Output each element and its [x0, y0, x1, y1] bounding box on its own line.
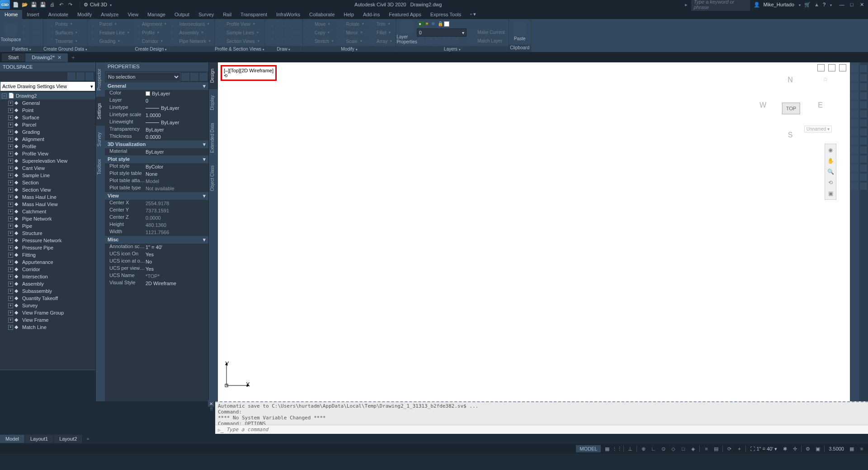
viewport-minimize-icon[interactable] [817, 64, 825, 71]
layer-state-icons[interactable]: ●☀❄🔒 [417, 20, 467, 28]
right-tool-2-2[interactable] [860, 83, 867, 90]
qat-undo-icon[interactable]: ↶ [57, 0, 65, 9]
status-customize-icon[interactable]: ≡ [858, 445, 865, 452]
panel-title-clipboard[interactable]: Clipboard [509, 45, 531, 52]
panel-title-create-ground-data[interactable]: Create Ground Data ▾ [43, 46, 87, 52]
prop-linetype-scale[interactable]: Linetype scale1.0000 [105, 112, 208, 119]
tree-item-surface[interactable]: +◆Surface [0, 114, 95, 121]
ribbon-section-views[interactable]: Section Views▾ [217, 37, 261, 45]
layer-tool-4[interactable] [451, 37, 459, 45]
status-qp-icon[interactable]: ▦ [848, 445, 855, 452]
draw-icon-0-3[interactable] [292, 20, 301, 28]
viewcube-north[interactable]: N [788, 76, 795, 84]
status-grid-icon[interactable]: ▦ [604, 445, 611, 452]
qat-new-icon[interactable]: 📄 [12, 0, 20, 9]
propgroup-misc[interactable]: Misc▾ [105, 236, 208, 244]
viewcube-top-face[interactable]: TOP [782, 103, 800, 114]
status-osnap-icon[interactable]: □ [679, 445, 687, 452]
prop-plot-style-table[interactable]: Plot style tableNone [105, 170, 208, 178]
viewport-label-highlighted[interactable]: [–][Top][2D Wireframe] ⟲ [221, 65, 277, 81]
right-tool-2-11[interactable] [860, 164, 867, 172]
properties-pickadd-icon[interactable] [190, 73, 198, 81]
prop-plot-table-type[interactable]: Plot table typeNot available [105, 185, 208, 192]
ribbon-move[interactable]: Move▾ [305, 20, 335, 28]
right-tool-1-0[interactable] [851, 65, 858, 72]
properties-selectobj-icon[interactable] [199, 73, 208, 81]
toolspace-btn1[interactable] [67, 72, 75, 80]
sidepalette-extended-data[interactable]: Extended Data [209, 117, 218, 159]
status-dynamic-icon[interactable]: ⊕ [640, 445, 647, 452]
ribbon-parcel[interactable]: Parcel▾ [90, 20, 131, 28]
prop-height[interactable]: Height480.1360 [105, 221, 208, 229]
draw-icon-1-3[interactable] [292, 28, 301, 37]
panel-title-draw[interactable]: Draw ▾ [265, 46, 302, 52]
toolspace-view-combo[interactable]: Active Drawing Settings View ▾ [0, 82, 95, 91]
status-units[interactable]: 3.5000 [827, 446, 845, 451]
panel-title-modify[interactable]: Modify ▾ [303, 46, 396, 52]
prop-center-z[interactable]: Center Z0.0000 [105, 214, 208, 221]
ribbon-surfaces[interactable]: Surfaces▾ [45, 28, 79, 37]
status-model[interactable]: MODEL [576, 445, 601, 452]
ribbon-match-layer[interactable]: Match Layer [467, 37, 507, 45]
tree-item-point[interactable]: +◆Point [0, 107, 95, 114]
right-tool-2-13[interactable] [860, 183, 867, 190]
palette-grid-1-1[interactable] [31, 28, 41, 37]
panel-title-create-design[interactable]: Create Design ▾ [88, 46, 214, 52]
viewcube-home-icon[interactable]: ⌂ [824, 75, 827, 82]
viewcube-south[interactable]: S [788, 131, 795, 139]
prop-center-x[interactable]: Center X2554.9178 [105, 200, 208, 207]
qat-open-icon[interactable]: 📂 [21, 0, 29, 9]
close-button[interactable]: ✕ [858, 1, 865, 8]
right-tool-2-7[interactable] [860, 128, 867, 136]
menutab-featured-apps[interactable]: Featured Apps [384, 10, 426, 19]
panel-title-profile-section-views[interactable]: Profile & Section Views ▾ [215, 46, 264, 52]
sidepalette-display[interactable]: Display [209, 89, 218, 117]
right-tool-1-1[interactable] [851, 74, 858, 81]
right-tool-2-8[interactable] [860, 137, 867, 145]
minimize-button[interactable]: — [838, 1, 845, 8]
status-3dosnap-icon[interactable]: ◈ [689, 445, 697, 452]
menutab-manage[interactable]: Manage [143, 10, 170, 19]
right-tool-1-3[interactable] [851, 92, 858, 99]
menutab-survey[interactable]: Survey [194, 10, 218, 19]
tree-item-fitting[interactable]: +◆Fitting [0, 251, 95, 258]
viewport-restore-icon[interactable] [828, 64, 835, 71]
right-tool-1-12[interactable] [851, 174, 858, 181]
layouttab-layout1[interactable]: Layout1 [25, 435, 54, 443]
properties-selection-combo[interactable]: No selection [106, 72, 180, 81]
doctab-start[interactable]: Start [2, 53, 25, 61]
layer-dropdown[interactable]: 0▾ [417, 28, 467, 37]
right-tool-2-1[interactable] [860, 74, 867, 81]
prop-width[interactable]: Width1121.7566 [105, 229, 208, 236]
tree-item-view-frame[interactable]: +◆View Frame [0, 316, 95, 324]
ribbon-traverse[interactable]: Traverse▾ [45, 37, 79, 45]
tree-item-mass-haul-view[interactable]: +◆Mass Haul View [0, 201, 95, 208]
tree-item-quantity-takeoff[interactable]: +◆Quantity Takeoff [0, 295, 95, 302]
commandline-close-icon[interactable]: ✕ [208, 400, 214, 407]
draw-icon-2-3[interactable] [292, 37, 301, 45]
ribbon-stretch[interactable]: Stretch▾ [305, 37, 335, 45]
menutab-output[interactable]: Output [170, 10, 194, 19]
properties-quickselect-icon[interactable] [181, 73, 189, 81]
ribbon-paste[interactable]: Paste [511, 20, 529, 44]
menutab-insert[interactable]: Insert [22, 10, 44, 19]
ribbon-scale[interactable]: Scale▾ [336, 37, 366, 45]
layer-tool-2[interactable] [434, 37, 442, 45]
menutab-infraworks[interactable]: InfraWorks [272, 10, 305, 19]
signin-icon[interactable]: 👤 [754, 2, 760, 8]
right-tool-2-10[interactable] [860, 155, 867, 163]
prop-plot-style[interactable]: Plot styleByColor [105, 163, 208, 170]
tree-item-mass-haul-line[interactable]: +◆Mass Haul Line [0, 193, 95, 201]
app-icon[interactable]: C3D [0, 0, 10, 9]
propgroup-view[interactable]: View▾ [105, 192, 208, 200]
tree-item-sample-line[interactable]: +◆Sample Line [0, 172, 95, 179]
propgroup-plot-style[interactable]: Plot style▾ [105, 155, 208, 163]
draw-icon-2-0[interactable] [267, 37, 275, 45]
qat-saveas-icon[interactable]: 💾 [39, 0, 47, 9]
right-tool-2-9[interactable] [860, 146, 867, 154]
prop-annotation-scale[interactable]: Annotation scale1" = 40' [105, 244, 208, 251]
ribbon-intersections[interactable]: Intersections▾ [169, 20, 212, 28]
command-input[interactable] [226, 427, 868, 432]
palette-grid-2-1[interactable] [31, 37, 41, 45]
ribbon-array[interactable]: Array▾ [367, 37, 394, 45]
